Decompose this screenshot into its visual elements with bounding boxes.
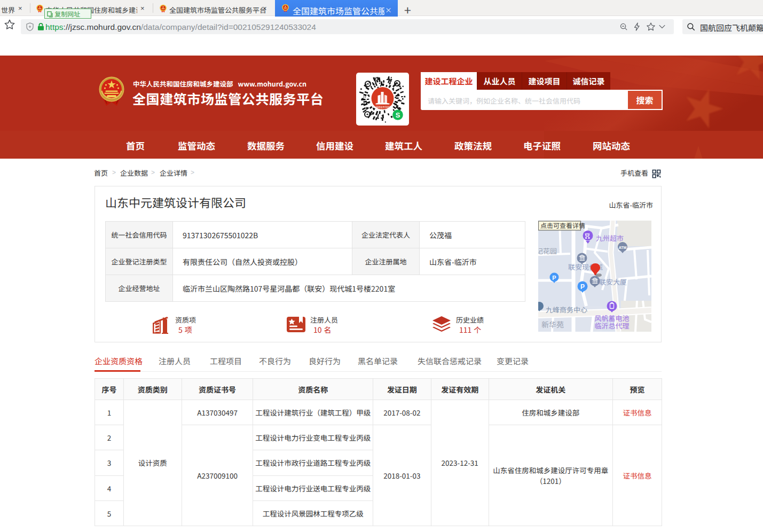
svg-text:记花园: 记花园 [538,246,557,256]
svg-text:P: P [552,275,556,281]
svg-text:公共服务平台: 公共服务平台 [377,108,388,111]
svg-text:新华苑: 新华苑 [541,319,564,330]
svg-text:S: S [396,111,400,119]
svg-text:ATM: ATM [619,246,627,249]
svg-text:点击可查看详情: 点击可查看详情 [540,221,585,230]
svg-text:临沂总代理: 临沂总代理 [594,320,629,331]
svg-text:P: P [580,283,585,291]
svg-text:九峰商务中心: 九峰商务中心 [546,304,587,315]
svg-text:联安大厦: 联安大厦 [599,277,627,287]
svg-text:九州超市: 九州超市 [596,233,624,243]
